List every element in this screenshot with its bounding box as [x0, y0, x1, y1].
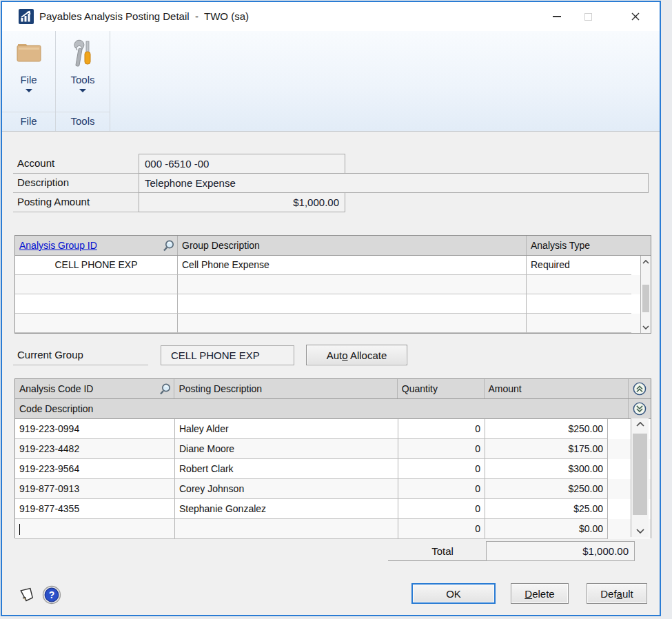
table-row[interactable]: 919-877-4355 Stephanie Gonzalez 0 $25.00 — [15, 499, 651, 519]
table-row-empty[interactable] — [15, 314, 651, 333]
ribbon-group-tools: Tools Tools — [56, 31, 110, 131]
posting-amount-field: $1,000.00 — [139, 192, 345, 212]
table-row[interactable]: 919-223-0994 Haley Alder 0 $250.00 — [15, 419, 651, 439]
file-group-label: File — [2, 112, 55, 131]
description-field: Telephone Expense — [139, 173, 649, 193]
scrollbar-thumb[interactable] — [633, 434, 647, 515]
wrench-screwdriver-icon — [56, 39, 110, 72]
quantity-cell[interactable]: 0 — [398, 519, 485, 539]
code-id-cell[interactable]: 919-223-0994 — [15, 419, 175, 439]
posting-description-cell[interactable]: Haley Alder — [175, 419, 398, 439]
amount-cell[interactable]: $250.00 — [485, 479, 608, 499]
lookup-icon[interactable] — [159, 383, 172, 398]
quantity-cell[interactable]: 0 — [398, 479, 485, 499]
window-title: Payables Analysis Posting Detail - TWO (… — [39, 2, 249, 31]
table-row[interactable]: CELL PHONE EXP Cell Phone Expense Requir… — [15, 256, 651, 275]
table-row[interactable]: 0 $0.00 — [15, 519, 651, 539]
scroll-down-button[interactable] — [641, 321, 651, 333]
file-menu-button[interactable]: File — [2, 31, 55, 110]
amount-cell[interactable]: $300.00 — [485, 459, 608, 479]
code-id-cell[interactable] — [15, 519, 175, 539]
code-id-cell[interactable]: 919-877-4355 — [15, 499, 175, 519]
code-id-cell[interactable]: 919-877-0913 — [15, 479, 175, 499]
group-id-cell[interactable]: CELL PHONE EXP — [15, 256, 178, 275]
account-label: Account — [17, 154, 54, 173]
double-chevron-up-icon — [633, 381, 646, 396]
analysis-group-grid: Analysis Group ID Group Description Anal… — [14, 235, 651, 334]
lookup-icon[interactable] — [162, 239, 175, 255]
scrollbar-thumb[interactable] — [642, 285, 649, 312]
analysis-group-id-link[interactable]: Analysis Group ID — [19, 240, 97, 251]
delete-button[interactable]: Delete — [511, 583, 569, 604]
posting-description-cell[interactable]: Corey Johnson — [175, 479, 398, 499]
note-icon — [17, 585, 37, 605]
app-window: Payables Analysis Posting Detail - TWO (… — [1, 1, 661, 616]
quantity-cell[interactable]: 0 — [398, 439, 485, 459]
code-grid-scrollbar[interactable] — [631, 418, 649, 537]
minimize-button[interactable] — [541, 2, 573, 31]
note-button[interactable] — [17, 585, 37, 607]
collapse-rows-button[interactable] — [629, 399, 651, 418]
tools-group-label: Tools — [56, 112, 110, 131]
form-body: Account 000 -6510 -00 Description Teleph… — [2, 132, 660, 614]
amount-cell[interactable]: $175.00 — [485, 439, 608, 459]
scroll-down-button[interactable] — [631, 525, 649, 537]
close-button[interactable] — [620, 2, 651, 31]
help-button[interactable]: ? — [42, 585, 61, 607]
posting-description-cell[interactable] — [175, 519, 398, 539]
expand-rows-button[interactable] — [629, 379, 651, 398]
divider — [388, 560, 486, 561]
account-field[interactable]: 000 -6510 -00 — [139, 154, 345, 174]
tools-button-label: Tools — [56, 74, 110, 85]
quantity-cell[interactable]: 0 — [398, 499, 485, 519]
table-row[interactable]: 919-877-0913 Corey Johnson 0 $250.00 — [15, 479, 651, 499]
minimize-icon — [553, 16, 561, 17]
default-button[interactable]: Default — [587, 583, 647, 604]
code-grid-subheader: Code Description — [15, 399, 651, 419]
analysis-code-grid: Analysis Code ID Posting Description Qua… — [14, 378, 651, 538]
ok-button[interactable]: OK — [411, 583, 496, 604]
table-row-empty[interactable] — [15, 275, 651, 294]
amount-cell[interactable]: $250.00 — [485, 419, 608, 439]
svg-text:?: ? — [49, 589, 55, 600]
ribbon-group-file: File File — [2, 31, 56, 131]
group-description-cell[interactable]: Cell Phone Expense — [178, 256, 527, 275]
amount-cell[interactable]: $0.00 — [485, 519, 608, 539]
auto-allocate-button[interactable]: Auto Allocate — [306, 345, 407, 365]
amount-cell[interactable]: $25.00 — [485, 499, 608, 519]
quantity-cell[interactable]: 0 — [398, 459, 485, 479]
chevron-down-icon — [79, 89, 86, 92]
posting-description-cell[interactable]: Diane Moore — [175, 439, 398, 459]
posting-description-cell[interactable]: Stephanie Gonzalez — [175, 499, 398, 519]
group-grid-scrollbar[interactable] — [640, 256, 651, 333]
ribbon: File File Tools Tools — [2, 31, 660, 132]
chevron-down-icon — [26, 89, 32, 92]
chevron-up-icon — [642, 260, 649, 264]
scroll-up-button[interactable] — [641, 256, 651, 267]
maximize-icon — [584, 13, 592, 21]
table-row[interactable]: 919-223-4482 Diane Moore 0 $175.00 — [15, 439, 651, 459]
scroll-up-button[interactable] — [631, 418, 649, 430]
total-label: Total — [399, 542, 486, 560]
code-id-column-header: Analysis Code ID — [15, 379, 174, 398]
divider — [13, 365, 148, 365]
description-label: Description — [17, 173, 69, 192]
help-icon: ? — [42, 585, 61, 605]
analysis-type-column-header: Analysis Type — [527, 236, 642, 255]
code-id-cell[interactable]: 919-223-4482 — [15, 439, 175, 459]
total-field: $1,000.00 — [486, 541, 635, 561]
quantity-cell[interactable]: 0 — [398, 419, 485, 439]
title-bar[interactable]: Payables Analysis Posting Detail - TWO (… — [2, 2, 660, 31]
posting-description-cell[interactable]: Robert Clark — [175, 459, 398, 479]
analysis-type-cell[interactable]: Required — [527, 256, 631, 275]
table-row[interactable]: 919-223-9564 Robert Clark 0 $300.00 — [15, 459, 651, 479]
chevron-down-icon — [636, 529, 644, 534]
amount-column-header: Amount — [485, 379, 629, 398]
table-row-empty[interactable] — [15, 294, 651, 314]
group-description-column-header: Group Description — [178, 236, 527, 255]
tools-menu-button[interactable]: Tools — [56, 31, 110, 110]
app-icon — [19, 9, 34, 24]
code-id-cell[interactable]: 919-223-9564 — [15, 459, 175, 479]
chevron-down-icon — [642, 325, 649, 329]
text-caret — [19, 524, 20, 535]
